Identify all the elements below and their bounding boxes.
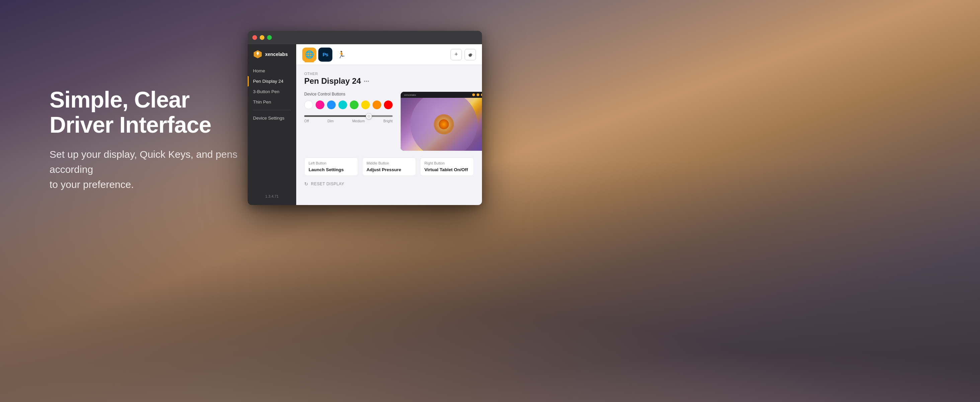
color-button-blue[interactable] — [327, 100, 336, 109]
sidebar-version: 1.3.4.71 — [248, 191, 296, 201]
color-button-teal[interactable] — [338, 100, 347, 109]
brightness-fill — [304, 115, 369, 117]
color-button-red[interactable] — [384, 100, 393, 109]
device-title-dots: ··· — [363, 77, 369, 85]
plus-icon: + — [455, 51, 458, 58]
color-button-green[interactable] — [350, 100, 358, 109]
tab-run[interactable]: 🏃 — [334, 48, 348, 62]
tab-globe[interactable]: 🌐 — [302, 48, 316, 62]
traffic-lights — [252, 35, 272, 40]
device-preview-screen — [401, 98, 482, 151]
brightness-slider[interactable]: Off Dim Medium Bright — [304, 115, 393, 129]
middle-button-label: Middle Button — [366, 161, 412, 165]
preview-logo: xencelabs — [404, 94, 416, 96]
right-button-value[interactable]: Virtual Tablet On/Off — [425, 167, 469, 172]
left-button-value[interactable]: Launch Settings — [309, 167, 354, 172]
device-category: OTHER — [304, 72, 474, 76]
hero-section: Simple, Clear Driver Interface Set up yo… — [49, 87, 243, 192]
preview-dot-3 — [481, 94, 482, 96]
sidebar-item-pen-display[interactable]: Pen Display 24 — [248, 76, 296, 86]
device-preview-header: xencelabs — [401, 92, 482, 98]
color-button-yellow[interactable] — [361, 100, 370, 109]
toolbar: 🌐 Ps 🏃 + — [296, 44, 482, 65]
right-button-card: Right Button Virtual Tablet On/Off — [420, 158, 474, 176]
preview-dot-1 — [472, 94, 475, 96]
content-area: OTHER Pen Display 24 ··· Device Control … — [296, 65, 482, 205]
minimize-button[interactable] — [260, 35, 264, 40]
preview-dot-2 — [477, 94, 479, 96]
sidebar-item-home[interactable]: Home — [248, 65, 296, 76]
gear-icon — [468, 52, 473, 57]
color-button-orange[interactable] — [372, 100, 381, 109]
hero-title: Simple, Clear Driver Interface — [49, 87, 243, 137]
run-icon: 🏃 — [337, 51, 346, 59]
reset-text: RESET DISPLAY — [311, 182, 344, 186]
reset-section[interactable]: ↻ RESET DISPLAY — [304, 181, 474, 187]
right-button-label: Right Button — [425, 161, 469, 165]
buttons-section: Left Button Launch Settings Middle Butto… — [304, 158, 474, 176]
main-panel: 🌐 Ps 🏃 + — [296, 44, 482, 205]
add-button[interactable]: + — [450, 49, 462, 60]
background-mountains — [0, 0, 980, 402]
tab-photoshop[interactable]: Ps — [318, 48, 332, 62]
toolbar-actions: + — [450, 49, 476, 60]
left-button-card: Left Button Launch Settings — [304, 158, 358, 176]
brightness-thumb[interactable] — [366, 113, 372, 119]
xencelabs-logo-icon — [253, 49, 262, 59]
middle-button-value[interactable]: Adjust Pressure — [366, 167, 412, 172]
sidebar-nav: Home Pen Display 24 3-Button Pen Thin Pe… — [248, 65, 296, 191]
sidebar-item-3button-pen[interactable]: 3-Button Pen — [248, 86, 296, 97]
sidebar: xencelabs Home Pen Display 24 3-Button P… — [248, 44, 296, 205]
color-button-white[interactable] — [304, 100, 313, 109]
hero-subtitle: Set up your display, Quick Keys, and pen… — [49, 147, 243, 192]
color-buttons — [304, 100, 393, 109]
device-preview: xencelabs — [401, 92, 482, 151]
window-body: xencelabs Home Pen Display 24 3-Button P… — [248, 44, 482, 205]
sidebar-logo-text: xencelabs — [265, 52, 288, 57]
brightness-labels: Off Dim Medium Bright — [304, 119, 393, 123]
sidebar-item-device-settings[interactable]: Device Settings — [248, 113, 296, 123]
color-button-pink[interactable] — [316, 100, 325, 109]
buttons-grid: Left Button Launch Settings Middle Butto… — [304, 158, 474, 176]
sidebar-item-thin-pen[interactable]: Thin Pen — [248, 97, 296, 107]
controls-left: Device Control Buttons — [304, 92, 393, 129]
left-button-label: Left Button — [309, 161, 354, 165]
preview-dots — [472, 94, 482, 96]
reset-icon: ↻ — [304, 181, 308, 187]
app-window: xencelabs Home Pen Display 24 3-Button P… — [248, 31, 482, 205]
close-button[interactable] — [252, 35, 257, 40]
sidebar-divider — [253, 110, 291, 110]
toolbar-apps: 🌐 Ps 🏃 — [302, 48, 348, 62]
sidebar-logo: xencelabs — [248, 49, 296, 65]
section-label: Device Control Buttons — [304, 92, 393, 96]
brightness-track — [304, 115, 393, 117]
settings-button[interactable] — [465, 49, 476, 60]
middle-button-card: Middle Button Adjust Pressure — [362, 158, 416, 176]
controls-row: Device Control Buttons — [304, 92, 474, 151]
device-title: Pen Display 24 ··· — [304, 77, 474, 86]
maximize-button[interactable] — [267, 35, 272, 40]
globe-icon: 🌐 — [305, 50, 314, 59]
ps-icon: Ps — [323, 52, 328, 57]
title-bar — [248, 31, 482, 44]
